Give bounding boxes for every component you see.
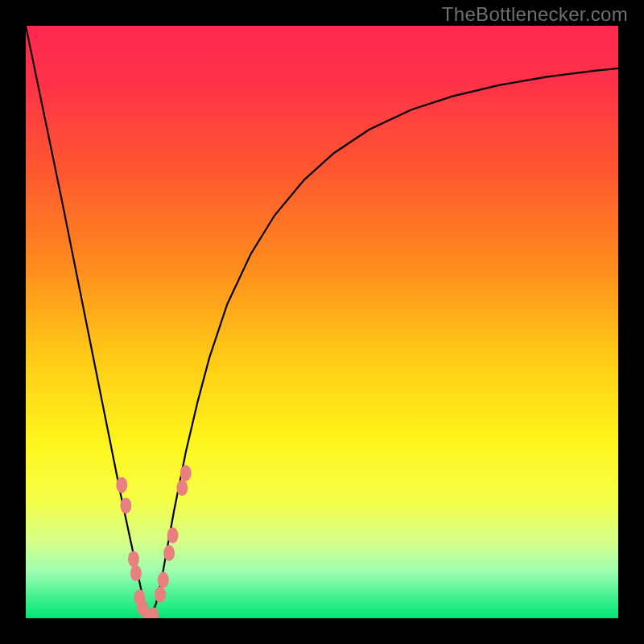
highlight-marker: [120, 497, 131, 514]
bottleneck-curve: [26, 26, 618, 618]
plot-area: [26, 26, 618, 618]
highlight-marker: [163, 545, 175, 561]
highlight-marker: [147, 607, 159, 618]
chart-frame: TheBottlenecker.com: [0, 0, 644, 644]
highlight-marker: [130, 565, 142, 581]
curve-overlay: [26, 26, 618, 618]
highlight-marker: [128, 551, 139, 567]
highlight-marker: [116, 477, 127, 493]
highlight-marker: [158, 572, 169, 588]
highlight-marker: [155, 587, 166, 603]
highlight-marker: [167, 527, 179, 543]
watermark-text: TheBottlenecker.com: [442, 3, 628, 26]
highlight-marker: [176, 480, 188, 496]
highlight-marker: [180, 465, 192, 481]
